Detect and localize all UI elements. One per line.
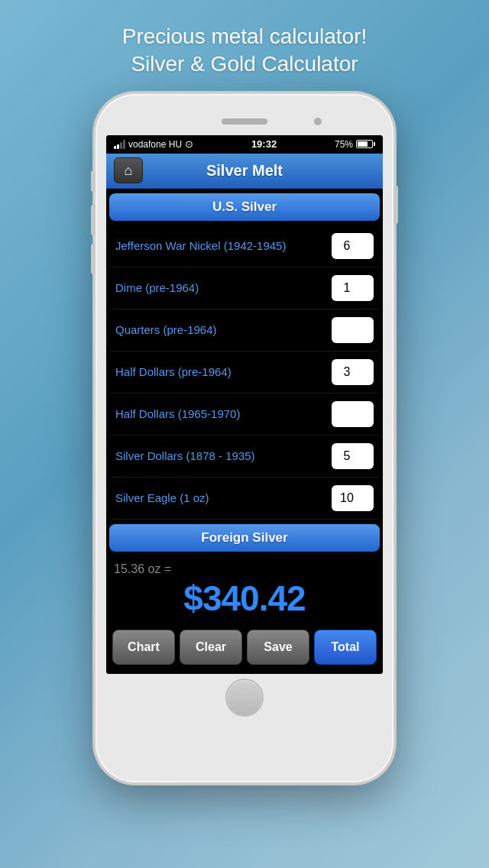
front-camera xyxy=(314,118,322,125)
total-button[interactable]: Total xyxy=(314,630,377,665)
signal-icon xyxy=(114,140,125,149)
phone-frame: vodafone HU ⊙ 19:32 75% ⌂ Silver Melt xyxy=(96,94,393,782)
phone-bottom xyxy=(106,674,383,721)
quarters-input[interactable] xyxy=(332,317,374,343)
clock: 19:32 xyxy=(251,138,277,150)
foreign-silver-header: Foreign Silver xyxy=(109,524,380,552)
table-row: Dime (pre-1964) xyxy=(111,267,378,309)
coin-label: Jefferson War Nickel (1942-1945) xyxy=(115,239,332,252)
carrier-label: vodafone HU xyxy=(128,139,182,150)
table-row: Half Dollars (1965-1970) xyxy=(111,394,378,436)
volume-up-button[interactable] xyxy=(91,205,96,235)
coin-label: Silver Eagle (1 oz) xyxy=(115,491,332,504)
nav-bar: ⌂ Silver Melt xyxy=(106,154,383,189)
price-display: $340.42 xyxy=(114,578,375,619)
status-bar: vodafone HU ⊙ 19:32 75% xyxy=(106,135,383,154)
home-button[interactable] xyxy=(225,679,264,717)
coin-list: Jefferson War Nickel (1942-1945) Dime (p… xyxy=(106,225,383,520)
oz-label: 15.36 oz = xyxy=(114,562,375,576)
coin-label: Half Dollars (pre-1964) xyxy=(115,365,332,378)
us-silver-header: U.S. Silver xyxy=(109,193,380,221)
save-button[interactable]: Save xyxy=(247,630,309,665)
coin-label: Dime (pre-1964) xyxy=(115,281,332,294)
coin-label: Silver Dollars (1878 - 1935) xyxy=(115,449,332,462)
table-row: Half Dollars (pre-1964) xyxy=(111,351,378,394)
battery-percent: 75% xyxy=(335,139,353,150)
page-title: Precious metal calculator! Silver & Gold… xyxy=(122,23,368,79)
home-icon: ⌂ xyxy=(125,163,133,179)
volume-down-button[interactable] xyxy=(91,244,96,274)
battery-icon xyxy=(356,140,375,148)
power-button[interactable] xyxy=(393,186,398,224)
dime-input[interactable] xyxy=(332,275,374,301)
earpiece xyxy=(222,118,267,125)
nav-title: Silver Melt xyxy=(143,162,346,180)
home-nav-button[interactable]: ⌂ xyxy=(114,157,143,183)
silver-eagle-input[interactable] xyxy=(332,485,374,511)
chart-button[interactable]: Chart xyxy=(112,630,175,665)
toolbar: Chart Clear Save Total xyxy=(106,622,383,674)
result-area: 15.36 oz = $340.42 xyxy=(106,556,383,622)
status-left: vodafone HU ⊙ xyxy=(114,138,193,150)
wifi-icon: ⊙ xyxy=(185,138,193,150)
coin-label: Quarters (pre-1964) xyxy=(115,323,332,336)
coin-label: Half Dollars (1965-1970) xyxy=(115,407,332,420)
table-row: Silver Dollars (1878 - 1935) xyxy=(111,436,378,478)
phone-screen: vodafone HU ⊙ 19:32 75% ⌂ Silver Melt xyxy=(106,135,383,674)
table-row: Jefferson War Nickel (1942-1945) xyxy=(111,225,378,267)
clear-button[interactable]: Clear xyxy=(180,630,242,665)
silver-dollars-input[interactable] xyxy=(332,443,374,469)
status-right: 75% xyxy=(335,139,375,150)
phone-top xyxy=(106,108,383,135)
half-dollars-pre1964-input[interactable] xyxy=(332,359,374,385)
half-dollars-1965-input[interactable] xyxy=(332,401,374,427)
table-row: Quarters (pre-1964) xyxy=(111,309,378,351)
jefferson-war-nickel-input[interactable] xyxy=(332,233,374,259)
mute-button[interactable] xyxy=(91,170,96,192)
table-row: Silver Eagle (1 oz) xyxy=(111,478,378,520)
